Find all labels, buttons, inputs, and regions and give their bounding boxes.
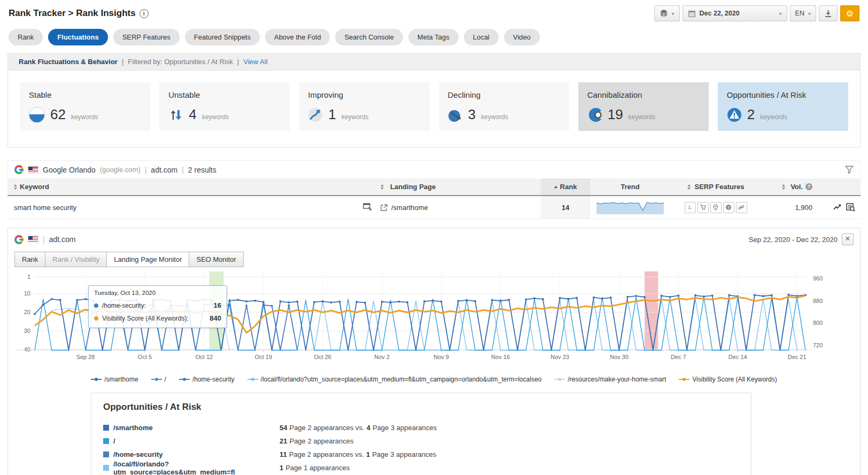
opportunity-stats: 21Page 2 appearances (280, 437, 360, 445)
chart-tabs: Rank Rank / Visibility Landing Page Moni… (8, 246, 860, 268)
question-icon[interactable]: ? (723, 202, 734, 213)
col-rank[interactable]: Rank (541, 178, 590, 195)
tab-above-the-fold[interactable]: Above the Fold (265, 29, 330, 45)
tab-local[interactable]: Local (464, 29, 499, 45)
close-icon[interactable]: ✕ (842, 233, 854, 245)
tab-rank[interactable]: Rank (9, 29, 43, 45)
tab-search-console[interactable]: Search Console (335, 29, 403, 45)
google-logo (14, 165, 24, 174)
settings-button[interactable]: ⚙ (840, 5, 859, 21)
opportunity-path: /local/fl/orlando?utm_source=places&utm_… (113, 460, 280, 475)
us-flag-icon (28, 166, 38, 174)
card-stable[interactable]: Stable 62 keywords (20, 82, 150, 131)
chart-tooltip: Tuesday, Oct 13, 2020 /home-security: 16… (88, 285, 227, 328)
card-cannibalization[interactable]: Cannibalization 19 keywords (578, 82, 709, 131)
opportunity-path: /smarthome (113, 424, 153, 432)
link-icon[interactable] (736, 202, 747, 213)
col-landing-page[interactable]: Landing Page (381, 183, 541, 191)
tab-video[interactable]: Video (504, 29, 540, 45)
chart-tab-seo-monitor[interactable]: SEO Monitor (189, 252, 243, 267)
calendar-icon (688, 10, 696, 18)
svg-text:20: 20 (24, 309, 30, 315)
chart-tab-landing-page-monitor[interactable]: Landing Page Monitor (107, 252, 189, 267)
tab-meta-tags[interactable]: Meta Tags (408, 29, 459, 45)
reports-menu-button[interactable]: ▾ (654, 5, 680, 21)
legend-label: /smarthome (104, 376, 138, 383)
trend-sparkline[interactable] (590, 200, 670, 214)
table-row[interactable]: smart home security /smarthome 14 1. ? 1… (7, 196, 861, 219)
fluctuations-title: Rank Fluctuations & Behavior (19, 58, 118, 66)
svg-text:880: 880 (813, 298, 823, 304)
page-title: Rank Tracker > Rank Insights (9, 8, 136, 19)
list-item: /local/fl/orlando?utm_source=places&utm_… (103, 461, 739, 474)
series-swatch (103, 465, 109, 471)
legend-label: /resources/make-your-home-smart (568, 376, 666, 383)
volume-value: 1,900 (761, 204, 812, 212)
info-icon[interactable]: i (140, 9, 149, 18)
gear-icon: ⚙ (846, 9, 854, 19)
card-improving[interactable]: Improving 1 keywords (299, 82, 429, 131)
serp-pages-icon[interactable] (355, 203, 381, 212)
col-serp-features[interactable]: SERP Features (670, 183, 761, 191)
legend-item[interactable]: /local/fl/orlando?utm_source=places&utm_… (247, 376, 542, 383)
serp-preview-icon[interactable] (846, 203, 855, 212)
col-trend: Trend (590, 183, 670, 191)
help-icon: ? (805, 183, 812, 190)
list-item: / 21Page 2 appearances (103, 434, 739, 448)
tooltip-series-label: /home-security: (102, 302, 146, 309)
chart-area[interactable]: 110203040960880800720Sep 28Oct 5Oct 12Oc… (13, 271, 855, 369)
results-count: 2 results (188, 166, 216, 174)
card-declining[interactable]: Declining 3 keywords (439, 82, 569, 131)
shopping-cart-icon[interactable] (698, 202, 709, 213)
filter-icon[interactable] (845, 166, 854, 174)
chart-tab-rank[interactable]: Rank (14, 252, 45, 267)
legend-item[interactable]: /smarthome (91, 376, 138, 383)
download-button[interactable] (819, 5, 838, 21)
landing-page-link[interactable]: /smarthome (391, 204, 428, 212)
legend-label: / (165, 376, 166, 383)
legend-item[interactable]: / (151, 376, 166, 383)
tooltip-date: Tuesday, Oct 13, 2020 (94, 290, 221, 296)
svg-text:Oct 5: Oct 5 (138, 354, 152, 360)
svg-text:Oct 19: Oct 19 (255, 354, 272, 360)
col-keyword[interactable]: Keyword (7, 183, 355, 191)
svg-text:Sep 28: Sep 28 (76, 354, 95, 360)
tab-featured-snippets[interactable]: Featured Snippets (185, 29, 260, 45)
card-unstable[interactable]: Unstable 4 keywords (159, 82, 290, 131)
card-opportunities-at-risk[interactable]: Opportunities / At Risk 2 keywords (718, 82, 848, 131)
tooltip-series-label: Visibility Score (All Keywords): (102, 315, 189, 322)
legend-label: Visibility Score (All Keywords) (692, 376, 777, 383)
language-selector[interactable]: EN ▾ (790, 5, 816, 21)
legend-item[interactable]: Visibility Score (All Keywords) (679, 376, 777, 383)
engine-domain: (google.com) (100, 166, 141, 174)
series-swatch (103, 438, 109, 444)
legend-item[interactable]: /resources/make-your-home-smart (554, 376, 666, 383)
opportunity-path: / (113, 437, 115, 445)
visibility-trend-icon[interactable] (833, 203, 842, 211)
sort-asc-icon (554, 186, 557, 188)
map-pin-icon[interactable] (710, 202, 722, 213)
legend-label: /home-security (192, 376, 235, 383)
view-all-link[interactable]: View All (243, 58, 267, 66)
opportunity-stats: 11Page 2 appearances vs.1Page 3 appearan… (280, 450, 438, 458)
col-volume[interactable]: Vol.? (761, 183, 812, 191)
fluctuations-panel: Rank Fluctuations & Behavior | Filtered … (7, 53, 861, 147)
chart-tab-rank-visibility[interactable]: Rank / Visibility (45, 252, 107, 267)
legend-item[interactable]: /home-security (179, 376, 235, 383)
tab-fluctuations[interactable]: Fluctuations (48, 29, 107, 45)
svg-text:?: ? (727, 205, 730, 210)
chevron-down-icon: ▾ (779, 11, 782, 17)
chart-date-range: Sep 22, 2020 - Dec 22, 2020 (749, 236, 838, 244)
site-name: adt.com (151, 166, 177, 174)
date-picker[interactable]: Dec 22, 2020 ▾ (683, 5, 787, 21)
external-link-icon[interactable] (381, 204, 387, 211)
svg-text:Dec 21: Dec 21 (788, 354, 807, 360)
serp-onebox-badge[interactable]: 1. (685, 202, 696, 213)
chart-panel: | adt.com Sep 22, 2020 - Dec 22, 2020 ✕ … (7, 228, 861, 475)
top-bar: Rank Tracker > Rank Insights i ▾ Dec 22,… (0, 0, 868, 24)
tab-serp-features[interactable]: SERP Features (113, 29, 180, 45)
rank-value: 14 (541, 196, 590, 219)
nav-tabs: Rank Fluctuations SERP Features Featured… (0, 24, 868, 53)
series-dot (94, 316, 98, 321)
tooltip-series-value: 840 (210, 314, 221, 322)
